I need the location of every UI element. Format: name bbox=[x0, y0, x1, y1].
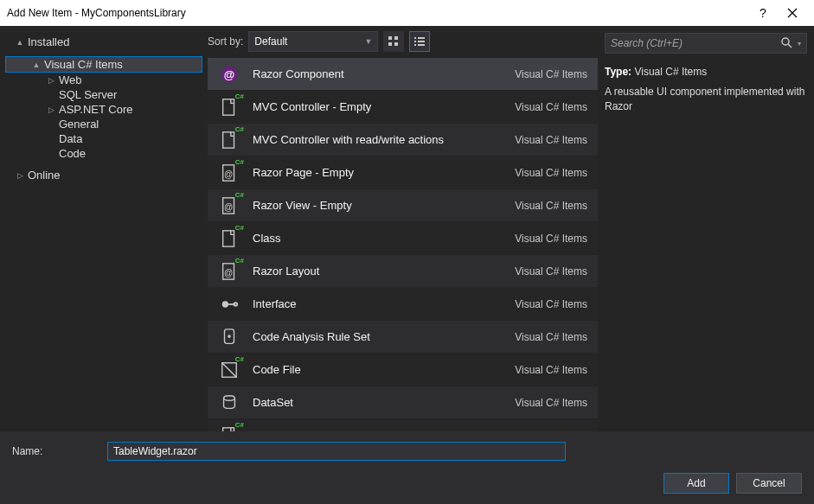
doc-icon: C# bbox=[218, 227, 240, 250]
dataset-icon bbox=[218, 392, 240, 414]
svg-rect-4 bbox=[414, 37, 416, 39]
template-row[interactable]: C#Debugger VisualizerVisual C# Items bbox=[208, 418, 598, 431]
template-lang: Visual C# Items bbox=[515, 364, 587, 376]
template-lang: Visual C# Items bbox=[515, 265, 587, 278]
cancel-button[interactable]: Cancel bbox=[736, 473, 802, 494]
cs-badge: C# bbox=[235, 421, 244, 429]
template-lang: Visual C# Items bbox=[515, 298, 587, 310]
svg-rect-1 bbox=[394, 36, 398, 40]
svg-rect-18 bbox=[223, 230, 234, 246]
template-name: Razor Page - Empty bbox=[253, 166, 503, 179]
template-name: Debugger Visualizer bbox=[253, 429, 503, 431]
svg-point-21 bbox=[222, 301, 228, 307]
bottom-panel: Name: Add Cancel bbox=[0, 431, 814, 504]
template-row[interactable]: Code Analysis Rule SetVisual C# Items bbox=[208, 320, 598, 353]
svg-line-31 bbox=[788, 44, 792, 48]
svg-rect-7 bbox=[418, 41, 425, 42]
type-value: Visual C# Items bbox=[634, 66, 707, 78]
expander-icon: ▲ bbox=[32, 61, 41, 69]
cs-badge: C# bbox=[235, 191, 244, 199]
template-row[interactable]: C#MVC Controller - EmptyVisual C# Items bbox=[208, 90, 598, 123]
template-lang: Visual C# Items bbox=[515, 68, 587, 80]
template-row[interactable]: C#ClassVisual C# Items bbox=[208, 221, 598, 254]
template-name: Razor Component bbox=[253, 67, 503, 80]
razor-doc-icon: @C# bbox=[218, 195, 240, 217]
razor-doc-icon: @C# bbox=[218, 260, 240, 283]
template-name: Class bbox=[253, 232, 503, 245]
tree-label: Installed bbox=[28, 35, 69, 48]
tree-csharp-items[interactable]: ▲ Visual C# Items bbox=[5, 56, 202, 73]
razor-doc-icon: @C# bbox=[218, 162, 240, 184]
template-description: A reusable UI component implemented with… bbox=[605, 85, 807, 114]
search-box[interactable]: ▾ bbox=[605, 33, 807, 54]
cs-badge: C# bbox=[235, 224, 244, 232]
category-tree: ▲ Installed ▲ Visual C# Items ▷ Web ▷ SQ… bbox=[0, 26, 208, 431]
svg-point-30 bbox=[782, 38, 789, 45]
view-grid-button[interactable] bbox=[383, 31, 404, 52]
tree-sql-server[interactable]: ▷ SQL Server bbox=[5, 87, 202, 102]
tree-installed[interactable]: ▲ Installed bbox=[5, 35, 202, 49]
sort-value: Default bbox=[254, 35, 287, 48]
template-name: Razor View - Empty bbox=[253, 199, 503, 212]
svg-point-25 bbox=[228, 335, 231, 338]
expander-icon: ▲ bbox=[16, 38, 24, 47]
template-row[interactable]: @Razor ComponentVisual C# Items bbox=[208, 57, 598, 90]
svg-text:@: @ bbox=[224, 67, 235, 80]
template-lang: Visual C# Items bbox=[515, 233, 587, 245]
type-label: Type: bbox=[605, 66, 631, 78]
info-panel: ▾ Type: Visual C# Items A reusable UI co… bbox=[598, 26, 814, 431]
template-lang: Visual C# Items bbox=[515, 101, 587, 113]
add-button[interactable]: Add bbox=[663, 473, 729, 494]
template-lang: Visual C# Items bbox=[515, 331, 587, 343]
search-input[interactable] bbox=[611, 37, 775, 49]
tree-label: Web bbox=[59, 73, 82, 86]
template-lang: Visual C# Items bbox=[515, 200, 587, 212]
help-button[interactable]: ? bbox=[748, 0, 778, 26]
tree-label: Online bbox=[28, 169, 61, 182]
svg-rect-0 bbox=[388, 36, 392, 40]
tree-aspnet-core[interactable]: ▷ ASP.NET Core bbox=[5, 102, 202, 117]
tree-online[interactable]: ▷ Online bbox=[5, 168, 202, 182]
template-row[interactable]: DataSetVisual C# Items bbox=[208, 386, 598, 418]
type-row: Type: Visual C# Items bbox=[605, 66, 807, 78]
template-list[interactable]: @Razor ComponentVisual C# ItemsC#MVC Con… bbox=[208, 57, 598, 431]
name-input[interactable] bbox=[107, 442, 566, 461]
interface-icon bbox=[218, 293, 240, 316]
template-panel: Sort by: Default ▼ @Razor ComponentVisua… bbox=[208, 26, 598, 431]
template-lang: Visual C# Items bbox=[515, 430, 587, 432]
svg-rect-13 bbox=[223, 131, 234, 147]
template-row[interactable]: @C#Razor LayoutVisual C# Items bbox=[208, 254, 598, 287]
tree-web[interactable]: ▷ Web bbox=[5, 73, 202, 87]
template-row[interactable]: @C#Razor Page - EmptyVisual C# Items bbox=[208, 156, 598, 188]
template-row[interactable]: C#MVC Controller with read/write actions… bbox=[208, 123, 598, 156]
template-lang: Visual C# Items bbox=[515, 167, 587, 179]
doc-icon: C# bbox=[218, 96, 240, 118]
svg-rect-5 bbox=[418, 37, 425, 39]
svg-rect-9 bbox=[418, 44, 425, 46]
close-button[interactable] bbox=[778, 0, 807, 26]
toolbar: Sort by: Default ▼ bbox=[208, 26, 598, 57]
template-name: MVC Controller - Empty bbox=[253, 100, 503, 113]
tree-label: SQL Server bbox=[59, 88, 117, 101]
name-label: Name: bbox=[12, 445, 99, 457]
sort-by-dropdown[interactable]: Default ▼ bbox=[248, 31, 378, 52]
svg-rect-6 bbox=[414, 41, 416, 42]
dropdown-icon[interactable]: ▾ bbox=[798, 40, 801, 48]
template-row[interactable]: C#Code FileVisual C# Items bbox=[208, 353, 598, 386]
template-row[interactable]: InterfaceVisual C# Items bbox=[208, 287, 598, 320]
template-lang: Visual C# Items bbox=[515, 134, 587, 146]
template-row[interactable]: @C#Razor View - EmptyVisual C# Items bbox=[208, 188, 598, 221]
sort-label: Sort by: bbox=[208, 35, 243, 48]
view-list-button[interactable] bbox=[409, 31, 430, 52]
svg-rect-12 bbox=[223, 99, 234, 114]
tree-label: General bbox=[59, 118, 99, 131]
tree-data[interactable]: ▷ Data bbox=[5, 131, 202, 146]
expander-icon: ▷ bbox=[47, 76, 55, 85]
ruleset-icon bbox=[218, 326, 240, 348]
tree-general[interactable]: ▷ General bbox=[5, 117, 202, 131]
svg-rect-8 bbox=[414, 44, 416, 46]
search-icon[interactable] bbox=[780, 36, 792, 51]
template-name: Code Analysis Rule Set bbox=[253, 330, 503, 343]
template-lang: Visual C# Items bbox=[515, 397, 587, 409]
tree-code[interactable]: ▷ Code bbox=[5, 146, 202, 161]
